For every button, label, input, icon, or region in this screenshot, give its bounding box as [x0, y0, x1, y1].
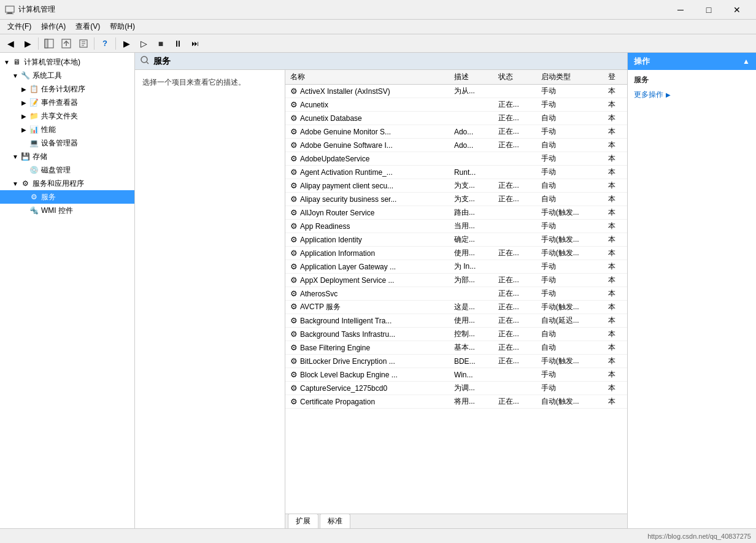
minimize-button[interactable]: ─	[666, 0, 695, 20]
table-row[interactable]: ⚙AdobeUpdateService 手动 本	[285, 152, 627, 166]
service-status: 正在...	[493, 301, 536, 314]
close-button[interactable]: ✕	[723, 0, 751, 20]
service-startup: 手动(触发...	[536, 355, 603, 368]
table-row[interactable]: ⚙Background Tasks Infrastru... 控制... 正在.…	[285, 328, 627, 341]
table-row[interactable]: ⚙Acunetix 正在... 手动 本	[285, 98, 627, 112]
table-row[interactable]: ⚙AppX Deployment Service ... 为部... 正在...…	[285, 274, 627, 287]
service-login: 本	[603, 206, 627, 220]
sidebar-item-root[interactable]: ▼ 🖥 计算机管理(本地)	[0, 55, 134, 69]
table-row[interactable]: ⚙Alipay payment client secu... 为支... 正在.…	[285, 179, 627, 193]
sidebar-item-disk-management[interactable]: 💿 磁盘管理	[0, 163, 134, 177]
table-row[interactable]: ⚙Certificate Propagation 将用... 正在... 自动(…	[285, 395, 627, 409]
service-login: 本	[603, 368, 627, 382]
sidebar-item-performance[interactable]: ▶ 📊 性能	[0, 123, 134, 136]
show-hide-button[interactable]	[41, 36, 57, 51]
menu-action[interactable]: 操作(A)	[36, 20, 71, 33]
stop-button[interactable]: ■	[153, 36, 169, 51]
services-table[interactable]: 名称 描述 状态 启动类型 登 ⚙ActiveX Installer (AxIn…	[285, 70, 627, 514]
col-header-status[interactable]: 状态	[493, 70, 536, 85]
expand-arrow: ▼	[11, 72, 20, 79]
service-name: ⚙Application Information	[285, 247, 449, 260]
table-row[interactable]: ⚙Base Filtering Engine 基本... 正在... 自动 本	[285, 341, 627, 355]
sidebar-item-services-apps[interactable]: ▼ ⚙ 服务和应用程序	[0, 177, 134, 190]
run-selected-button[interactable]: ▷	[136, 36, 152, 51]
disk-icon: 💿	[28, 164, 39, 175]
svg-rect-2	[6, 13, 14, 14]
table-row[interactable]: ⚙CaptureService_1275bcd0 为调... 手动 本	[285, 382, 627, 395]
service-startup: 手动	[536, 382, 603, 395]
help-button[interactable]: ?	[97, 36, 113, 51]
menu-file[interactable]: 文件(F)	[2, 20, 36, 33]
table-row[interactable]: ⚙AVCTP 服务 这是... 正在... 手动(触发... 本	[285, 301, 627, 314]
service-login: 本	[603, 301, 627, 314]
svg-rect-0	[6, 6, 14, 12]
back-button[interactable]: ◀	[2, 36, 18, 51]
gear-icon: ⚙	[290, 275, 298, 285]
table-row[interactable]: ⚙BitLocker Drive Encryption ... BDE... 正…	[285, 355, 627, 368]
gear-icon: ⚙	[290, 100, 298, 109]
col-header-login[interactable]: 登	[603, 70, 627, 85]
service-startup: 手动	[536, 368, 603, 382]
service-desc: 路由...	[449, 206, 493, 220]
tab-extended[interactable]: 扩展	[288, 514, 318, 528]
sidebar-item-storage[interactable]: ▼ 💾 存储	[0, 150, 134, 163]
actions-more-item[interactable]: 更多操作 ▶	[628, 88, 756, 102]
service-status: 正在...	[493, 112, 536, 125]
sidebar-item-task-scheduler[interactable]: ▶ 📋 任务计划程序	[0, 82, 134, 96]
table-row[interactable]: ⚙Agent Activation Runtime_... Runt... 手动…	[285, 166, 627, 179]
gear-icon: ⚙	[290, 221, 298, 231]
services-apps-icon: ⚙	[20, 178, 31, 189]
up-button[interactable]	[58, 36, 74, 51]
gear-icon: ⚙	[290, 114, 298, 123]
sidebar-item-services[interactable]: ⚙ 服务	[0, 190, 134, 204]
service-login: 本	[603, 247, 627, 260]
device-icon: 💻	[28, 137, 39, 148]
table-row[interactable]: ⚙Acunetix Database 正在... 自动 本	[285, 112, 627, 125]
service-desc: 确定...	[449, 233, 493, 247]
table-row[interactable]: ⚙Block Level Backup Engine ... Win... 手动…	[285, 368, 627, 382]
service-status	[493, 368, 536, 382]
table-row[interactable]: ⚙Alipay security business ser... 为支... 正…	[285, 193, 627, 206]
table-row[interactable]: ⚙App Readiness 当用... 手动 本	[285, 220, 627, 233]
services-description-panel: 选择一个项目来查看它的描述。	[135, 70, 285, 528]
sidebar-item-wmi[interactable]: 🔩 WMI 控件	[0, 204, 134, 217]
table-row[interactable]: ⚙ActiveX Installer (AxInstSV) 为从... 手动 本	[285, 85, 627, 98]
window-controls[interactable]: ─ □ ✕	[666, 0, 751, 20]
sidebar-item-system-tools[interactable]: ▼ 🔧 系统工具	[0, 69, 134, 82]
table-row[interactable]: ⚙Application Layer Gateway ... 为 In... 手…	[285, 260, 627, 274]
service-desc: 使用...	[449, 247, 493, 260]
col-header-desc[interactable]: 描述	[449, 70, 493, 85]
maximize-button[interactable]: □	[695, 0, 723, 20]
table-row[interactable]: ⚙Adobe Genuine Monitor S... Ado... 正在...…	[285, 125, 627, 139]
service-login: 本	[603, 179, 627, 193]
restart-button[interactable]: ⏭	[187, 36, 203, 51]
gear-icon: ⚙	[290, 208, 298, 217]
table-row[interactable]: ⚙Application Information 使用... 正在... 手动(…	[285, 247, 627, 260]
menu-view[interactable]: 查看(V)	[71, 20, 105, 33]
table-row[interactable]: ⚙Application Identity 确定... 手动(触发... 本	[285, 233, 627, 247]
pause-button[interactable]: ⏸	[170, 36, 186, 51]
run-button[interactable]: ▶	[118, 36, 134, 51]
gear-icon: ⚙	[290, 289, 298, 298]
service-name: ⚙Acunetix	[285, 98, 449, 112]
table-row[interactable]: ⚙Background Intelligent Tra... 使用... 正在.…	[285, 314, 627, 328]
sidebar-item-device-manager[interactable]: 💻 设备管理器	[0, 136, 134, 150]
app-icon	[5, 5, 15, 15]
tab-standard[interactable]: 标准	[320, 514, 350, 528]
service-name: ⚙Acunetix Database	[285, 112, 449, 125]
col-header-name[interactable]: 名称	[285, 70, 449, 85]
table-row[interactable]: ⚙AllJoyn Router Service 路由... 手动(触发... 本	[285, 206, 627, 220]
gear-icon: ⚙	[290, 302, 298, 311]
actions-collapse-icon[interactable]: ▲	[742, 57, 750, 66]
forward-button[interactable]: ▶	[20, 36, 36, 51]
properties-button[interactable]	[75, 36, 91, 51]
gear-icon: ⚙	[290, 316, 298, 325]
search-icon	[140, 55, 150, 67]
menu-help[interactable]: 帮助(H)	[105, 20, 140, 33]
table-row[interactable]: ⚙Adobe Genuine Software I... Ado... 正在..…	[285, 139, 627, 152]
sidebar-item-shared-folders[interactable]: ▶ 📁 共享文件夹	[0, 109, 134, 123]
table-row[interactable]: ⚙AtherosSvc 正在... 手动 本	[285, 287, 627, 301]
col-header-startup[interactable]: 启动类型	[536, 70, 603, 85]
sidebar-item-event-viewer[interactable]: ▶ 📝 事件查看器	[0, 96, 134, 109]
service-login: 本	[603, 152, 627, 166]
